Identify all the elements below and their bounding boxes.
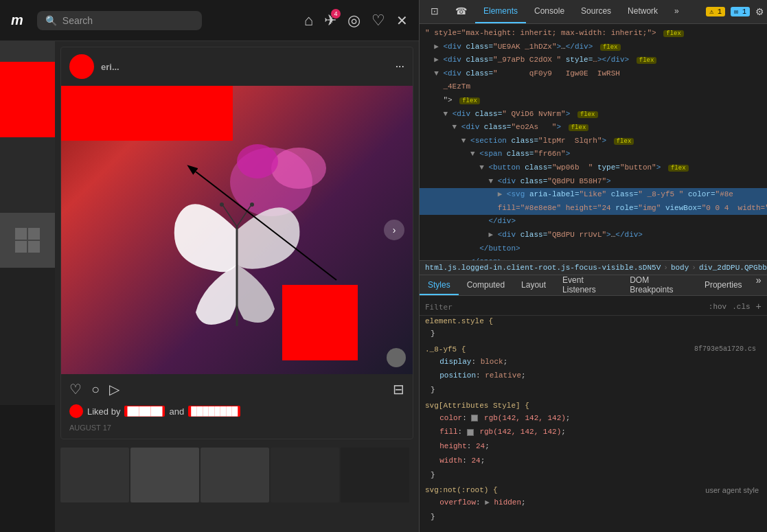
tree-line[interactable]: </button> [420,242,767,256]
css-rule-svg-attr: svg[Attributes Style] { [420,400,767,411]
red-overlay-br [282,285,358,360]
comment-button[interactable]: ○ [91,382,100,397]
settings-icon[interactable]: ⚙ [755,6,764,17]
bottom-thumb[interactable] [130,448,199,502]
activity-icon[interactable]: ✈ 4 [324,12,336,30]
css-rule-svg-root: svg:not(:root) { user agent style [420,485,767,496]
tree-line[interactable]: </span> [420,255,767,260]
thumb-item[interactable] [0,213,55,268]
heart-icon[interactable]: ♡ [371,12,385,30]
tab-console[interactable]: Console [526,0,573,23]
flex-badge: flex [663,30,684,37]
tree-line[interactable]: ▼ <div class="eo2As "> flex [420,121,767,135]
warning-badge: ⚠ 1 [706,7,725,16]
search-box[interactable]: 🔍 Search [37,11,202,30]
pseudo-toggle[interactable]: :hov [709,303,726,311]
thumb-item[interactable] [0,41,55,62]
tree-line[interactable]: " style="max-height: inherit; max-width:… [420,27,767,41]
caption-avatar [69,404,83,418]
tab-layout[interactable]: Layout [513,275,554,295]
svg-point-5 [220,203,224,207]
css-prop-color: color: rgb(142, 142, 142); [420,411,767,426]
breadcrumb-bar: html.js.logged-in.client-root.js-focus-v… [420,260,767,275]
tab-styles[interactable]: Styles [420,275,459,295]
post-username: eri... [101,62,119,72]
tree-line[interactable]: _4EzTm [420,80,767,94]
tab-elements[interactable]: Elements [475,0,526,23]
css-prop-width: width: 24; [420,454,767,468]
bottom-thumb[interactable] [271,448,339,502]
tab-properties[interactable]: Properties [696,275,751,295]
css-prop-height: height: 24; [420,439,767,454]
css-prop-position: position: relative; [420,369,767,383]
css-selector-svg: svg[Attributes Style] { [425,402,529,410]
bottom-thumb[interactable] [341,448,409,502]
tab-dom-breakpoints[interactable]: DOM Breakpoints [621,275,696,295]
bookmark-button[interactable]: ⊟ [393,381,404,397]
tree-line-selected-2[interactable]: fill="#8e8e8e" height="24 role="img" vie… [420,202,767,216]
style-more[interactable]: » [751,275,767,295]
css-prop-display: display: block; [420,355,767,369]
main-post-area: eri... ··· [55,41,419,532]
bottom-thumb[interactable] [60,448,129,502]
tree-line[interactable]: ▼ <div class="QBdPU B58H7"> [420,175,767,189]
devtools-panel: ⊡ ☎ Elements Console Sources Network » ⚠… [419,0,767,532]
activity-badge: 4 [331,9,341,19]
tree-line[interactable]: ▼ <section class="ltpMr Slqrh"> flex [420,135,767,148]
css-rule-8yf5: ._8-yf5 { 8f793e5a1720.cs [420,344,767,355]
cls-toggle[interactable]: .cls [732,303,750,311]
explore-icon[interactable]: ◎ [347,12,360,30]
filter-bar: :hov .cls + [420,299,767,316]
left-sidebar [0,41,55,532]
tree-line[interactable]: ▶ <div class="QBdPU rrUvL">…</div> [420,229,767,242]
breadcrumb-item-3[interactable]: div_2dDPU.QPGbb.CkGkG [699,264,767,272]
tab-more[interactable]: » [666,0,687,23]
app-nav: m 🔍 Search ⌂ ✈ 4 ◎ ♡ ✕ [0,0,419,41]
tree-line[interactable]: ▶ <div class="_97aPb C2dOX " style=…></d… [420,54,767,67]
next-button[interactable]: › [384,220,404,240]
tree-line[interactable]: ▼ <div class=" qF0y9 Igw0E IwRSH [420,67,767,81]
add-rule-button[interactable]: + [756,301,762,312]
home-icon[interactable]: ⌂ [304,12,313,30]
tree-line[interactable]: ▶ <div class="UE9AK _1hDZx">…</div> flex [420,41,767,54]
app-logo: m [11,12,23,28]
tab-inspect[interactable]: ☎ [447,0,475,23]
breadcrumb-item-2[interactable]: body [671,264,689,272]
caption-name-2: ████████ [188,406,240,417]
tab-event-listeners[interactable]: Event Listeners [554,275,621,295]
like-button[interactable]: ♡ [69,381,82,397]
post-header: eri... ··· [61,47,413,86]
tree-line[interactable]: ▼ <div class=" QViD6 NvNrm"> flex [420,108,767,122]
thumb-item[interactable] [0,137,55,213]
tree-line-selected[interactable]: ▶ <svg aria-label="Like" class=" _8-yf5 … [420,188,767,202]
css-rule-element-style: element.style { [420,316,767,327]
search-icon: 🔍 [45,15,57,26]
svg-point-1 [271,148,326,189]
share-button[interactable]: ▷ [109,381,119,397]
tab-cursor[interactable]: ⊡ [422,0,447,23]
user-agent-label: user agent style [705,486,762,494]
caption-and: and [169,406,184,417]
close-icon[interactable]: ✕ [396,12,408,29]
tree-line[interactable]: </div> [420,215,767,229]
svg-point-7 [250,203,254,207]
css-rule-close-8yf5: } [420,383,767,397]
css-rule-close-svg-root: } [420,510,767,524]
bottom-thumb[interactable] [201,448,269,502]
breadcrumb-item-1[interactable]: html.js.logged-in.client-root.js-focus-v… [425,264,661,272]
caption-name-1: ██████ [124,406,165,417]
tree-line[interactable]: ▼ <button class="wp06b " type="button"> … [420,161,767,175]
thumb-item[interactable] [0,268,55,405]
post-more-button[interactable]: ··· [396,60,404,73]
color-swatch-color [471,415,478,421]
tab-sources[interactable]: Sources [573,0,619,23]
css-prop-fill: fill: rgb(142, 142, 142); [420,425,767,439]
tab-network[interactable]: Network [619,0,666,23]
color-swatch-fill [467,429,474,436]
tab-computed[interactable]: Computed [459,275,513,295]
thumb-item[interactable] [0,62,55,137]
css-selector-svg-root: svg:not(:root) { [425,486,498,494]
tree-line[interactable]: ▼ <span class="fr66n"> [420,148,767,161]
tree-line[interactable]: "> flex [420,94,767,108]
filter-input[interactable] [425,303,703,312]
